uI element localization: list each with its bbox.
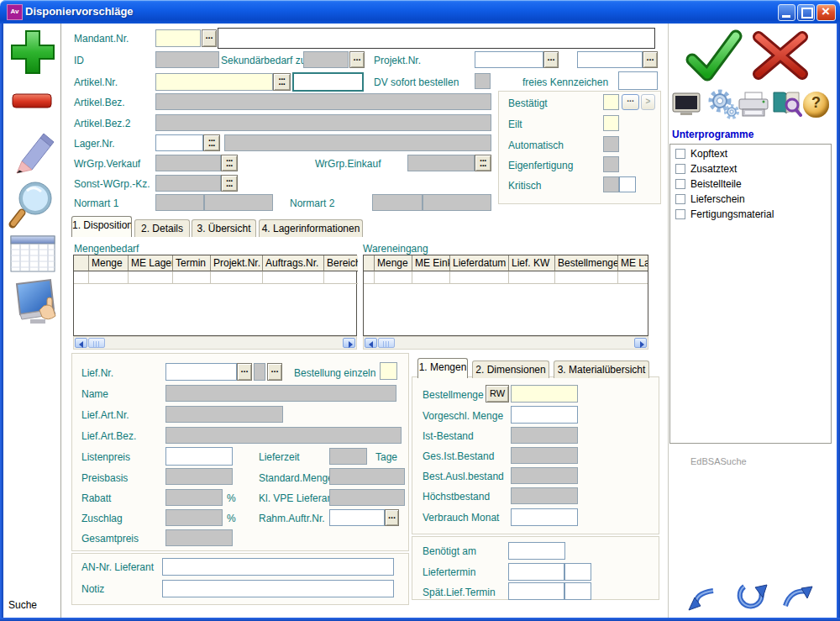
freies-kennzeichen-field[interactable] <box>618 71 658 90</box>
refresh-arrow-icon[interactable] <box>732 582 769 613</box>
search-icon[interactable] <box>7 179 55 229</box>
we-col-me-lager[interactable]: ME Lag <box>618 255 648 271</box>
unterprogramm-beistellteile[interactable]: Beistellteile <box>675 178 831 190</box>
lager-nr-field[interactable] <box>155 134 203 151</box>
standard-menge-label: Standard.Menge <box>259 472 333 484</box>
we-col-lieferdatum[interactable]: Lieferdatum <box>450 255 509 271</box>
we-scroll-thumb[interactable] <box>378 338 395 348</box>
gesamtpreis-field <box>165 529 233 546</box>
eilt-box[interactable] <box>603 115 619 131</box>
mb-col-termin[interactable]: Termin <box>173 255 211 271</box>
we-col-lief-kw[interactable]: Lief. KW <box>509 255 555 271</box>
minimize-button[interactable] <box>778 4 795 21</box>
verbrauch-monat-field[interactable] <box>511 508 578 526</box>
ok-check-icon[interactable] <box>682 28 746 82</box>
browse-book-icon[interactable] <box>770 89 802 118</box>
beistellteile-checkbox[interactable] <box>675 179 685 189</box>
bestaetigt-next-button[interactable]: > <box>641 94 655 110</box>
lager-nr-matrix-button[interactable] <box>203 134 220 151</box>
artikel-nr-matrix-button[interactable] <box>273 73 291 91</box>
touch-screen-icon[interactable] <box>12 277 60 326</box>
lieferschein-checkbox[interactable] <box>675 194 685 204</box>
mandant-nr-browse-button[interactable] <box>202 29 217 47</box>
monitor-icon[interactable] <box>672 92 701 117</box>
unterprogramm-zusatztext[interactable]: Zusatztext <box>675 163 831 175</box>
we-col-bestellmenge[interactable]: Bestellmenge <box>555 255 618 271</box>
mb-col-me-lager[interactable]: ME Lager <box>129 255 173 271</box>
mengenbedarf-hscrollbar[interactable] <box>73 336 357 350</box>
notiz-field[interactable] <box>162 580 394 597</box>
bestellmenge-field[interactable] <box>511 385 578 403</box>
benoetigt-am-field[interactable] <box>508 542 565 560</box>
projekt-nr2-browse-button[interactable] <box>643 51 658 68</box>
rahm-auftr-nr-browse-button[interactable] <box>385 509 399 526</box>
unterprogramm-lieferschein[interactable]: Lieferschein <box>675 193 831 205</box>
printer-icon[interactable] <box>738 92 769 118</box>
projekt-nr-browse-button[interactable] <box>543 51 559 68</box>
mengenbedarf-title: Mengenbedarf <box>74 243 139 255</box>
mb-col-bereich[interactable]: Bereich <box>324 255 358 271</box>
rw-button[interactable]: RW <box>486 385 509 403</box>
wrgrp-einkauf-matrix-button[interactable] <box>475 155 491 171</box>
tab-disposition[interactable]: 1. Disposition <box>71 216 132 237</box>
redo-arrow-icon[interactable] <box>781 585 813 610</box>
vorgeschl-menge-field[interactable] <box>511 406 578 424</box>
delete-record-icon[interactable] <box>11 91 53 112</box>
tab-materialuebersicht[interactable]: 3. Materialübersicht <box>554 360 649 378</box>
bestellung-einzeln-box[interactable] <box>380 362 397 380</box>
liefertermin-field[interactable] <box>508 563 564 581</box>
undo-arrow-icon[interactable] <box>687 587 717 612</box>
kritisch-value-field[interactable] <box>619 176 636 192</box>
fertigungsmaterial-checkbox[interactable] <box>675 209 685 219</box>
tab-mengen[interactable]: 1. Mengen <box>417 358 468 378</box>
sonst-wgrp-matrix-button[interactable] <box>221 175 238 192</box>
lief-nr-field[interactable] <box>165 363 237 381</box>
we-scroll-left-button[interactable] <box>365 338 377 348</box>
lief-nr-browse-button[interactable] <box>237 363 252 381</box>
close-button[interactable] <box>816 4 836 21</box>
mb-scroll-thumb[interactable] <box>88 338 105 348</box>
an-nr-lieferant-field[interactable] <box>162 558 394 576</box>
mb-col-menge[interactable]: Menge <box>89 255 129 271</box>
bestaetigt-box[interactable] <box>603 94 619 110</box>
tab-details[interactable]: 2. Details <box>134 219 190 237</box>
mb-scroll-left-button[interactable] <box>75 338 87 348</box>
settings-gears-icon[interactable] <box>706 88 740 120</box>
artikel-nr-suffix-field[interactable] <box>292 72 364 92</box>
zusatztext-checkbox[interactable] <box>675 164 685 174</box>
help-icon[interactable] <box>803 92 829 118</box>
cancel-x-icon[interactable] <box>750 30 811 81</box>
tab-uebersicht[interactable]: 3. Übersicht <box>192 219 256 237</box>
mb-col-auftrag[interactable]: Auftrags.Nr. <box>263 255 324 271</box>
spaet-lief-termin-kw-field[interactable] <box>564 582 591 600</box>
listenpreis-field[interactable] <box>165 447 233 466</box>
wareneingang-hscrollbar[interactable] <box>363 336 648 350</box>
we-col-me-eink[interactable]: ME Eink. <box>412 255 450 271</box>
kopftext-checkbox[interactable] <box>675 149 685 159</box>
projekt-nr2-field[interactable] <box>577 51 643 68</box>
table-list-icon[interactable] <box>10 235 55 272</box>
add-record-icon[interactable] <box>8 28 57 76</box>
rahm-auftr-nr-field[interactable] <box>329 509 385 526</box>
wrgrp-verkauf-matrix-button[interactable] <box>221 155 238 171</box>
tab-lagerinformationen[interactable]: 4. Lagerinformationen <box>259 219 363 237</box>
bestaetigt-browse-button[interactable] <box>622 94 639 110</box>
lief-nr2-browse-button[interactable] <box>267 363 282 381</box>
edit-pencil-icon[interactable] <box>10 131 55 175</box>
mb-scroll-right-button[interactable] <box>343 338 355 348</box>
we-scroll-right-button[interactable] <box>634 338 647 348</box>
mandant-nr-field[interactable] <box>155 29 201 47</box>
sekundaerbedarf-browse-button[interactable] <box>349 51 365 68</box>
maximize-button[interactable] <box>797 4 815 21</box>
mb-col-projekt[interactable]: Projekt.Nr. <box>211 255 263 271</box>
unterprogramm-fertigungsmaterial[interactable]: Fertigungsmaterial <box>675 208 831 220</box>
we-cell <box>555 271 618 284</box>
we-col-menge[interactable]: Menge <box>375 255 412 271</box>
artikel-nr-field[interactable] <box>155 73 273 91</box>
liefertermin-kw-field[interactable] <box>564 563 591 581</box>
mandant-name-field[interactable] <box>218 28 655 49</box>
unterprogramm-kopftext[interactable]: Kopftext <box>675 148 831 160</box>
spaet-lief-termin-field[interactable] <box>508 582 564 600</box>
tab-dimensionen[interactable]: 2. Dimensionen <box>472 360 549 378</box>
projekt-nr-field[interactable] <box>475 51 543 68</box>
